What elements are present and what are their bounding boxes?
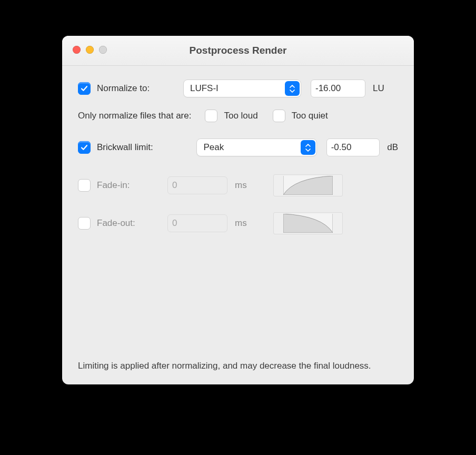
fade-out-value: 0 (172, 218, 177, 229)
window-title: Postprocess Render (190, 45, 287, 56)
fade-out-curve-icon (283, 214, 333, 233)
too-loud-checkbox[interactable] (205, 110, 217, 122)
brickwall-label: Brickwall limit: (97, 142, 153, 153)
normalize-method-select[interactable]: LUFS-I (183, 80, 301, 97)
fade-out-unit: ms (235, 218, 247, 229)
normalize-target-value: -16.00 (315, 83, 341, 94)
normalize-label: Normalize to: (97, 83, 150, 94)
too-loud-label: Too loud (224, 111, 257, 121)
fade-in-curve-icon (283, 176, 333, 195)
select-stepper-icon (285, 81, 300, 96)
select-stepper-icon (301, 140, 315, 155)
check-icon (81, 144, 88, 151)
fade-out-row: Fade-out: 0 ms (78, 212, 398, 234)
check-icon (81, 85, 88, 92)
zoom-window-button[interactable] (99, 46, 107, 54)
too-quiet-checkbox[interactable] (273, 110, 285, 122)
normalize-method-value: LUFS-I (190, 83, 219, 94)
fade-in-row: Fade-in: 0 ms (78, 174, 398, 196)
fade-out-checkbox[interactable] (78, 217, 91, 230)
fade-in-unit: ms (235, 180, 247, 191)
brickwall-target-value: -0.50 (331, 142, 352, 153)
fade-out-curve[interactable] (273, 212, 343, 234)
fade-in-checkbox[interactable] (78, 179, 91, 192)
brickwall-checkbox[interactable] (78, 141, 91, 154)
fade-in-curve[interactable] (273, 174, 343, 196)
brickwall-method-select[interactable]: Peak (196, 139, 317, 156)
fade-out-label: Fade-out: (97, 218, 135, 229)
titlebar: Postprocess Render (62, 36, 414, 66)
normalize-target-input[interactable]: -16.00 (311, 80, 365, 97)
filter-label: Only normalize files that are: (78, 111, 191, 121)
filter-row: Only normalize files that are: Too loud … (78, 107, 398, 125)
fade-out-input[interactable]: 0 (167, 214, 227, 232)
postprocess-render-window: Postprocess Render Normalize to: LUFS-I (62, 36, 414, 384)
normalize-checkbox[interactable] (78, 82, 91, 95)
too-quiet-label: Too quiet (292, 111, 328, 121)
brickwall-unit: dB (387, 142, 398, 153)
fade-in-value: 0 (172, 180, 177, 191)
brickwall-target-input[interactable]: -0.50 (326, 139, 380, 156)
content-area: Normalize to: LUFS-I -16.00 LU Only norm… (62, 66, 414, 254)
traffic-lights (73, 46, 107, 54)
fade-in-input[interactable]: 0 (167, 176, 227, 194)
brickwall-method-value: Peak (203, 142, 224, 153)
footer-note: Limiting is applied after normalizing, a… (78, 360, 398, 373)
normalize-unit: LU (373, 83, 384, 94)
fade-in-label: Fade-in: (97, 180, 130, 191)
close-window-button[interactable] (73, 46, 81, 54)
brickwall-row: Brickwall limit: Peak -0.50 dB (78, 139, 398, 156)
normalize-row: Normalize to: LUFS-I -16.00 LU (78, 80, 398, 97)
minimize-window-button[interactable] (86, 46, 94, 54)
